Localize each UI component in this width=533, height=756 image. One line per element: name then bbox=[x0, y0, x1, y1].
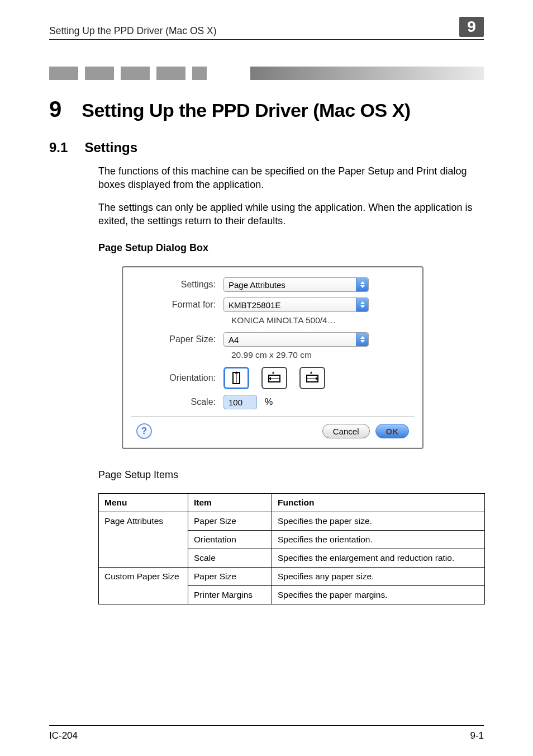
table-row: Orientation Specifies the orientation. bbox=[99, 531, 485, 549]
label-paper-size: Paper Size: bbox=[136, 334, 223, 344]
caret-icon bbox=[356, 298, 368, 311]
input-scale-value: 100 bbox=[229, 398, 242, 407]
caret-icon bbox=[356, 333, 368, 346]
table-row: Scale Specifies the enlargement and redu… bbox=[99, 549, 485, 568]
select-settings-value: Page Attributes bbox=[229, 280, 285, 290]
label-scale-unit: % bbox=[265, 397, 273, 407]
cell-menu: Custom Paper Size bbox=[99, 568, 188, 586]
select-paper-size[interactable]: A4 bbox=[223, 332, 369, 347]
orientation-landscape-right[interactable] bbox=[299, 367, 325, 389]
label-scale: Scale: bbox=[136, 397, 223, 407]
label-paper-dims: 20.99 cm x 29.70 cm bbox=[231, 350, 409, 360]
col-item: Item bbox=[188, 494, 272, 512]
input-scale[interactable]: 100 bbox=[223, 395, 257, 409]
dialog-separator bbox=[131, 416, 415, 417]
col-func: Function bbox=[272, 494, 485, 512]
section-title: Settings bbox=[84, 140, 137, 155]
table-row: Printer Margins Specifies the paper marg… bbox=[99, 586, 485, 604]
page-setup-dialog: Settings: Page Attributes Format for: KM… bbox=[122, 266, 423, 449]
footer-right: 9-1 bbox=[470, 730, 484, 741]
cell-menu bbox=[99, 531, 188, 549]
chapter-title: Setting Up the PPD Driver (Mac OS X) bbox=[82, 100, 410, 121]
header-rule bbox=[49, 39, 484, 40]
cell-func: Specifies the paper margins. bbox=[272, 586, 485, 604]
cell-menu bbox=[99, 549, 188, 568]
running-header-chapnum: 9 bbox=[459, 17, 484, 37]
col-menu: Menu bbox=[99, 494, 188, 512]
chapter-number: 9 bbox=[49, 97, 61, 122]
landscape-right-icon bbox=[306, 370, 319, 386]
footer-rule bbox=[49, 725, 484, 726]
help-button[interactable]: ? bbox=[136, 423, 152, 439]
label-format-for: Format for: bbox=[136, 300, 223, 310]
table-row: Custom Paper Size Paper Size Specifies a… bbox=[99, 568, 485, 586]
cell-func: Specifies the paper size. bbox=[272, 512, 485, 531]
page-setup-items-table: Menu Item Function Page Attributes Paper… bbox=[98, 493, 485, 604]
select-format-for[interactable]: KMBT25801E bbox=[223, 297, 369, 312]
select-paper-size-value: A4 bbox=[229, 335, 239, 344]
running-header-text: Setting Up the PPD Driver (Mac OS X) bbox=[49, 25, 217, 37]
cell-menu: Page Attributes bbox=[99, 512, 188, 531]
subheading-dialog: Page Setup Dialog Box bbox=[98, 242, 484, 254]
cell-menu bbox=[99, 586, 188, 604]
label-format-for-desc: KONICA MINOLTA 500/4… bbox=[231, 315, 409, 325]
body-paragraph-2: The settings can only be applied while u… bbox=[98, 201, 484, 228]
table-header-row: Menu Item Function bbox=[99, 494, 485, 512]
caret-icon bbox=[356, 278, 368, 291]
label-orientation: Orientation: bbox=[136, 373, 223, 383]
cell-func: Specifies the enlargement and reduction … bbox=[272, 549, 485, 568]
select-settings[interactable]: Page Attributes bbox=[223, 277, 369, 292]
ok-button[interactable]: OK bbox=[375, 424, 410, 438]
cell-item: Scale bbox=[188, 549, 272, 568]
cell-func: Specifies the orientation. bbox=[272, 531, 485, 549]
section-number: 9.1 bbox=[49, 140, 68, 155]
cancel-button[interactable]: Cancel bbox=[322, 424, 370, 438]
body-paragraph-1: The functions of this machine can be spe… bbox=[98, 164, 484, 192]
cell-item: Paper Size bbox=[188, 568, 272, 586]
svg-marker-6 bbox=[272, 371, 274, 374]
orientation-landscape-left[interactable] bbox=[261, 367, 287, 389]
decorative-bar bbox=[49, 67, 484, 80]
orientation-portrait[interactable] bbox=[223, 367, 249, 389]
footer-left: IC-204 bbox=[49, 730, 78, 741]
label-settings: Settings: bbox=[136, 280, 223, 290]
select-format-for-value: KMBT25801E bbox=[229, 300, 280, 310]
cell-item: Paper Size bbox=[188, 512, 272, 531]
cell-item: Printer Margins bbox=[188, 586, 272, 604]
cell-item: Orientation bbox=[188, 531, 272, 549]
cell-func: Specifies any paper size. bbox=[272, 568, 485, 586]
portrait-icon bbox=[230, 370, 243, 386]
svg-marker-10 bbox=[310, 371, 312, 374]
table-row: Page Attributes Paper Size Specifies the… bbox=[99, 512, 485, 531]
landscape-left-icon bbox=[268, 370, 281, 386]
subheading-table: Page Setup Items bbox=[98, 469, 484, 481]
